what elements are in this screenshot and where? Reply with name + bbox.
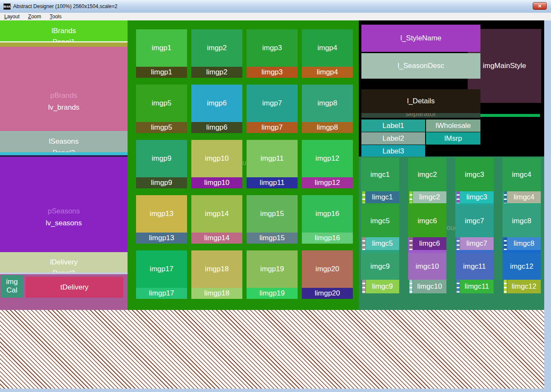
imgc-label[interactable]: limgc9 — [366, 280, 399, 293]
imgp-cell: imgp1 limgp1 — [136, 29, 187, 78]
imgp-cell: imgp16 limgp16 — [302, 195, 353, 244]
imgc-imageview[interactable]: imgc6 — [408, 205, 446, 237]
imgp-label[interactable]: limgp11 — [247, 177, 298, 188]
imgp-cell: imgp2 limgp2 — [191, 29, 242, 78]
imgc-cell: imgc12 limgc12 — [503, 253, 541, 293]
imgp-imageview[interactable]: imgp12 — [302, 140, 353, 177]
imgc-imageview[interactable]: imgc2 — [408, 158, 446, 191]
imgp-label[interactable]: limgp6 — [191, 122, 242, 133]
imgp-label[interactable]: limgp2 — [191, 67, 242, 78]
imgp-label[interactable]: limgp12 — [302, 177, 353, 188]
view-lWholesale[interactable]: lWholesale — [426, 119, 480, 132]
imgc-strip — [457, 280, 460, 293]
view-l_SeasonDesc[interactable]: l_SeasonDesc — [361, 53, 480, 79]
imgp-cell: imgp11 limgp11 — [247, 140, 298, 188]
imgp-imageview[interactable]: imgp8 — [302, 85, 353, 122]
imgc-label[interactable]: limgc6 — [413, 237, 446, 250]
empty-canvas-area[interactable] — [0, 310, 544, 389]
view-lv_brands[interactable]: lv_brands — [0, 103, 128, 112]
imgc-strip — [504, 237, 507, 250]
imgp-cell: imgp14 limgp14 — [191, 195, 242, 244]
imgp-label[interactable]: limgp9 — [136, 177, 187, 188]
imgc-imageview[interactable]: imgc12 — [503, 253, 541, 280]
imgp-imageview[interactable]: imgp6 — [191, 85, 242, 122]
imgp-imageview[interactable]: imgp1 — [136, 29, 187, 67]
imgc-imageview[interactable]: imgc7 — [455, 205, 494, 237]
imgp-label[interactable]: limgp1 — [136, 67, 187, 78]
title-bar[interactable]: B4A Abstract Designer (100%) 2560x1504,s… — [0, 0, 551, 13]
imgc-strip — [409, 191, 412, 203]
imgp-imageview[interactable]: imgp7 — [247, 85, 298, 122]
imgc-cell: imgc1 limgc1 — [361, 158, 399, 207]
imgc-strip — [504, 280, 507, 293]
imgc-strip — [362, 237, 365, 250]
imgc-label[interactable]: limgc2 — [413, 191, 446, 203]
view-imgCal[interactable]: img Cal — [1, 275, 23, 298]
imgp-label[interactable]: limgp10 — [191, 177, 242, 188]
view-lMsrp[interactable]: lMsrp — [426, 132, 480, 145]
imgc-strip — [362, 280, 365, 293]
view-panel1-clipped[interactable]: Panel1 — [0, 38, 128, 43]
imgp-label[interactable]: limgp7 — [247, 122, 298, 133]
imgc-label[interactable]: limgc10 — [413, 280, 446, 293]
imgc-cell: imgc8 limgc8 — [503, 205, 541, 253]
imgc-label[interactable]: limgc3 — [460, 191, 494, 203]
imgc-imageview[interactable]: imgc4 — [503, 158, 541, 191]
view-lv_seasons[interactable]: lv_seasons — [0, 219, 128, 227]
view-label1[interactable]: Label1 — [361, 119, 425, 132]
imgc-label[interactable]: limgc5 — [366, 237, 399, 250]
imgp-label[interactable]: limgp16 — [302, 233, 353, 244]
imgc-strip — [409, 237, 412, 250]
imgc-cell: imgc6 limgc6 — [408, 205, 446, 253]
view-ptouch-panel[interactable]: ptouch imgp1 limgp1 imgp2 limgp2 imgp3 l… — [128, 20, 359, 310]
menu-zoom[interactable]: Zoom — [24, 14, 45, 20]
imgc-cell: imgc10 limgc10 — [408, 253, 446, 293]
imgc-label[interactable]: limgc12 — [507, 280, 541, 293]
menu-layout[interactable]: Layout — [0, 14, 24, 20]
imgc-label[interactable]: limgc11 — [460, 280, 494, 293]
imgp-imageview[interactable]: imgp13 — [136, 195, 187, 233]
view-label2[interactable]: Label2 — [361, 132, 425, 145]
view-pSeasons[interactable]: pSeasons lv_seasons — [0, 157, 128, 252]
imgp-imageview[interactable]: imgp3 — [247, 29, 298, 67]
imgp-imageview[interactable]: imgp11 — [247, 140, 298, 177]
view-pBrands[interactable]: pBrands lv_brands — [0, 47, 128, 131]
imgp-imageview[interactable]: imgp4 — [302, 29, 353, 67]
imgc-cell: imgc5 limgc5 — [361, 205, 399, 253]
imgp-imageview[interactable]: imgp5 — [136, 85, 187, 122]
imgc-imageview[interactable]: imgc3 — [455, 158, 494, 191]
imgp-imageview[interactable]: imgp15 — [247, 195, 298, 233]
imgp-cell: imgp6 limgp6 — [191, 85, 242, 133]
imgc-imageview[interactable]: imgc5 — [361, 205, 399, 237]
imgp-cell: imgp5 limgp5 — [136, 85, 187, 133]
imgc-imageview[interactable]: imgc1 — [361, 158, 399, 191]
imgp-label[interactable]: limgp14 — [191, 233, 242, 244]
imgp-imageview[interactable]: imgp14 — [191, 195, 242, 233]
imgc-label[interactable]: limgc1 — [366, 191, 399, 203]
imgp-label[interactable]: limgp8 — [302, 122, 353, 133]
imgp-imageview[interactable]: imgp10 — [191, 140, 242, 177]
imgc-imageview[interactable]: imgc8 — [503, 205, 541, 237]
imgc-imageview[interactable]: imgc9 — [361, 253, 399, 280]
menu-tools[interactable]: Tools — [45, 14, 66, 20]
imgp-imageview[interactable]: imgp16 — [302, 195, 353, 233]
view-tDelivery[interactable]: tDelivery — [26, 277, 123, 298]
imgc-label[interactable]: limgc7 — [460, 237, 494, 250]
imgp-label[interactable]: limgp4 — [302, 67, 353, 78]
imgc-label[interactable]: limgc4 — [507, 191, 541, 203]
imgc-imageview[interactable]: imgc10 — [408, 253, 446, 280]
imgp-label[interactable]: limgp13 — [136, 233, 187, 244]
view-separator[interactable]: separator — [361, 113, 480, 118]
view-l_Details[interactable]: l_Details — [361, 89, 480, 113]
view-ctouch-panel[interactable]: ctouch imgc1 limgc1 imgc2 limgc2 imgc3 l… — [359, 156, 544, 310]
imgp-label[interactable]: limgp5 — [136, 122, 187, 133]
view-l_StyleName[interactable]: l_StyleName — [361, 25, 480, 52]
close-button[interactable]: ✕ — [533, 2, 547, 10]
imgc-imageview[interactable]: imgc11 — [455, 253, 494, 280]
imgp-label[interactable]: limgp15 — [247, 233, 298, 244]
view-label3[interactable]: Label3 — [361, 145, 425, 157]
imgp-imageview[interactable]: imgp9 — [136, 140, 187, 177]
imgc-label[interactable]: limgc8 — [507, 237, 541, 250]
imgp-imageview[interactable]: imgp2 — [191, 29, 242, 67]
imgp-label[interactable]: limgp3 — [247, 67, 298, 78]
